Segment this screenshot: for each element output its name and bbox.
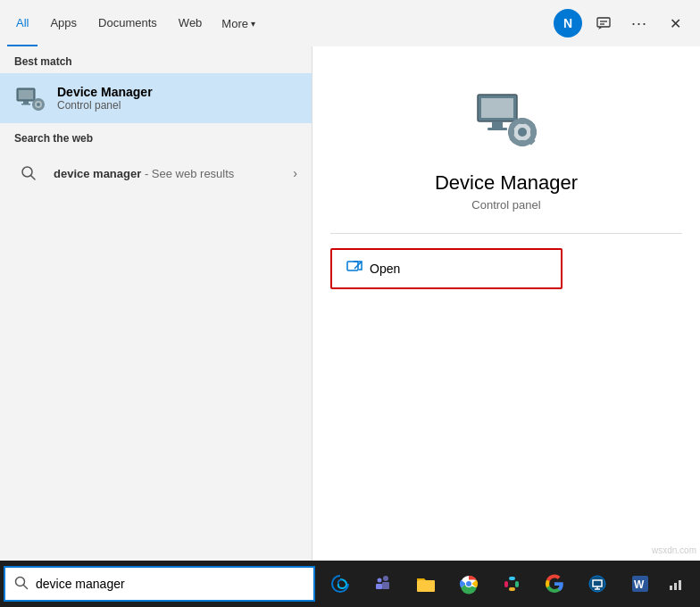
svg-rect-25 (508, 129, 514, 135)
chevron-down-icon: ▾ (251, 19, 255, 29)
web-search-suffix-text: - See web results (145, 167, 234, 180)
svg-rect-36 (382, 582, 389, 589)
web-search-query: device manager (54, 167, 141, 180)
taskbar-slack-icon[interactable] (492, 564, 531, 603)
web-search-text: device manager - See web results (54, 167, 234, 180)
svg-rect-13 (597, 18, 610, 27)
svg-rect-46 (509, 587, 515, 591)
tab-apps[interactable]: Apps (41, 0, 86, 46)
detail-panel: Device Manager Control panel Open (312, 46, 700, 561)
web-search-icon (14, 159, 43, 187)
svg-rect-1 (19, 90, 33, 99)
svg-line-12 (31, 176, 36, 180)
taskbar-apps: W (321, 564, 660, 603)
taskbar-search-icon (14, 576, 29, 593)
tab-more[interactable]: More ▾ (214, 0, 262, 46)
svg-point-6 (37, 103, 40, 106)
tab-web[interactable]: Web (170, 0, 212, 46)
close-button[interactable]: ✕ (661, 9, 689, 37)
taskbar-chrome-icon[interactable] (449, 564, 488, 603)
svg-rect-52 (670, 586, 672, 590)
system-tray: 12:00 1/1/2024 (662, 570, 700, 598)
svg-rect-18 (492, 121, 503, 128)
feedback-button[interactable] (589, 9, 618, 37)
chevron-right-icon: › (293, 166, 297, 180)
svg-rect-19 (488, 128, 507, 130)
best-match-app-subtitle: Control panel (57, 99, 153, 112)
taskbar-search[interactable] (4, 566, 315, 602)
svg-rect-2 (23, 101, 29, 104)
detail-divider (330, 233, 682, 234)
detail-app-icon (471, 82, 542, 154)
tray-network-icon[interactable] (662, 570, 690, 598)
avatar[interactable]: N (554, 9, 582, 37)
svg-line-34 (24, 585, 28, 588)
taskbar-word-icon[interactable]: W (621, 564, 660, 603)
tab-all[interactable]: All (7, 0, 38, 46)
taskbar-explorer-icon[interactable] (406, 564, 446, 603)
open-label: Open (370, 262, 400, 276)
web-search-label: Search the web (0, 123, 312, 150)
tab-more-label: More (221, 17, 248, 30)
svg-rect-9 (32, 104, 35, 105)
svg-rect-23 (520, 118, 525, 124)
watermark: wsxdn.com (652, 545, 696, 555)
web-search-item[interactable]: device manager - See web results › (0, 150, 312, 196)
taskbar-search-input[interactable] (36, 577, 304, 591)
more-options-button[interactable]: ··· (625, 9, 654, 37)
tabs-row: All Apps Documents Web More ▾ (0, 0, 312, 46)
svg-point-42 (466, 581, 471, 586)
tray-volume-icon[interactable] (694, 570, 700, 598)
close-icon: ✕ (670, 15, 681, 32)
detail-app-name: Device Manager (435, 171, 578, 195)
svg-rect-54 (679, 580, 681, 590)
svg-rect-38 (376, 584, 382, 589)
web-search-left: device manager - See web results (14, 159, 234, 187)
search-panel: All Apps Documents Web More ▾ Best match (0, 0, 312, 561)
svg-rect-44 (509, 577, 515, 580)
svg-rect-26 (530, 129, 537, 135)
svg-rect-45 (515, 581, 519, 587)
svg-rect-10 (42, 104, 45, 105)
open-button[interactable]: Open (330, 248, 562, 289)
svg-rect-24 (520, 140, 525, 146)
svg-rect-43 (504, 581, 508, 587)
svg-rect-39 (417, 580, 435, 592)
svg-rect-17 (481, 98, 513, 118)
svg-text:W: W (634, 578, 645, 591)
svg-rect-3 (21, 104, 30, 105)
tab-documents[interactable]: Documents (89, 0, 166, 46)
svg-rect-7 (38, 98, 39, 101)
taskbar-remote-icon[interactable] (578, 564, 617, 603)
taskbar: W 12:00 1/1/2024 (0, 561, 700, 607)
svg-point-22 (518, 128, 527, 137)
ellipsis-icon: ··· (631, 14, 647, 33)
svg-point-37 (378, 578, 382, 583)
left-content: Best match (0, 46, 312, 561)
taskbar-google-icon[interactable] (535, 564, 574, 603)
svg-rect-53 (674, 583, 677, 590)
svg-rect-8 (38, 108, 39, 111)
header-controls: N ··· ✕ (312, 0, 700, 46)
best-match-label: Best match (0, 46, 312, 73)
taskbar-edge-icon[interactable] (321, 564, 360, 603)
svg-point-35 (383, 576, 388, 581)
open-icon (346, 259, 362, 279)
device-manager-icon (14, 82, 46, 114)
best-match-item[interactable]: Device Manager Control panel (0, 73, 312, 123)
taskbar-teams-icon[interactable] (363, 564, 403, 603)
best-match-app-name: Device Manager (57, 85, 153, 99)
detail-app-subtitle: Control panel (471, 198, 540, 212)
best-match-info: Device Manager Control panel (57, 85, 153, 112)
open-button-container: Open (330, 248, 682, 289)
